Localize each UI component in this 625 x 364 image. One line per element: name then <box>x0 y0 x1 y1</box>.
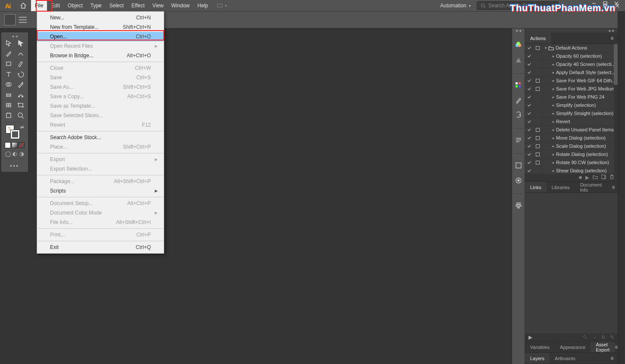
menu-select[interactable]: Select <box>106 0 128 11</box>
appearance-icon[interactable] <box>515 162 522 171</box>
links-panel-tabs: LinksLibrariesDocument Info≡ <box>525 182 618 193</box>
control-panel-menu-button[interactable] <box>19 17 27 23</box>
menu-object[interactable]: Object <box>64 0 87 11</box>
brushes-icon[interactable] <box>515 96 522 106</box>
action-item[interactable]: ▸Delete Unused Panel Items <box>525 126 614 134</box>
shape-builder-tool[interactable] <box>3 80 14 89</box>
action-item[interactable]: ▸Opacity 40 Screen (selecti... <box>525 60 614 68</box>
menu-help[interactable]: Help <box>194 0 212 11</box>
tab-libraries[interactable]: Libraries <box>547 182 575 193</box>
action-item[interactable]: ▸Save For Web GIF 64 Dith... <box>525 77 614 85</box>
menu-window[interactable]: Window <box>167 0 194 11</box>
file-menu-scripts[interactable]: Scripts▶ <box>37 186 164 196</box>
collapse-panels-button[interactable]: ►► <box>525 28 618 33</box>
gradient-tool[interactable] <box>3 90 14 100</box>
tab-actions[interactable]: Actions <box>525 33 551 44</box>
tab-links[interactable]: Links <box>525 182 547 193</box>
links-panel-menu-button[interactable]: ≡ <box>609 182 618 193</box>
action-item[interactable]: ▸Rotate 90 CW (selection) <box>525 159 614 167</box>
selection-tool[interactable] <box>3 38 14 48</box>
free-transform-tool[interactable] <box>15 100 26 110</box>
zoom-tool[interactable] <box>15 111 26 120</box>
curvature-tool[interactable] <box>15 49 26 58</box>
edit-toolbar-button[interactable]: ••• <box>3 163 26 169</box>
actions-scrollbar[interactable] <box>614 44 618 174</box>
paintbrush-tool[interactable] <box>15 59 26 68</box>
action-item[interactable]: ▸Rotate Dialog (selection) <box>525 150 614 159</box>
file-menu-save-selected-slices: Save Selected Slices... <box>37 111 164 120</box>
file-menu-new[interactable]: New...Ctrl+N <box>37 13 164 22</box>
right-dock-strip: ◄◄ <box>512 28 525 364</box>
paragraph-icon[interactable] <box>515 137 522 146</box>
eyedropper-tool[interactable] <box>15 80 26 89</box>
fill-stroke-swatch[interactable]: ?⇄ <box>3 125 26 140</box>
actions-panel-menu-button[interactable]: ≡ <box>606 33 618 44</box>
home-button[interactable] <box>16 0 31 11</box>
tab-artboards[interactable]: Artboards <box>550 353 581 364</box>
expand-dock-button[interactable]: ◄◄ <box>512 28 525 33</box>
action-item[interactable]: ▸Save For Web PNG 24 <box>525 93 614 101</box>
file-menu-new-from-template[interactable]: New from Template...Shift+Ctrl+N <box>37 22 164 32</box>
action-item[interactable]: ▸Opacity 60 (selection) <box>525 52 614 60</box>
tab-variables[interactable]: Variables <box>525 342 555 352</box>
action-item[interactable]: ▸Apply Default Style (select... <box>525 68 614 77</box>
action-item[interactable]: ▸Move Dialog (selection) <box>525 134 614 142</box>
show-link-info-button[interactable]: ▶ <box>528 334 532 340</box>
links-panel-body[interactable] <box>525 193 618 333</box>
action-item[interactable]: ▸Scale Dialog (selection) <box>525 142 614 150</box>
menu-effect[interactable]: Effect <box>128 0 148 11</box>
draw-mode-row[interactable]: ◯◐◑ <box>3 151 26 157</box>
layers-panel-menu-button[interactable]: ≡ <box>606 353 618 364</box>
svg-point-15 <box>18 113 22 117</box>
graphic-styles-icon[interactable] <box>515 177 522 186</box>
actions-folder[interactable]: ▾Default Actions <box>525 44 614 52</box>
collapse-tools-button[interactable]: ◄◄ <box>3 34 27 38</box>
file-menu-open[interactable]: Open...Ctrl+O <box>37 32 164 41</box>
file-menu-file-info: File Info...Alt+Shift+Ctrl+I <box>37 218 164 227</box>
stop-action-button[interactable]: ■ <box>579 174 582 180</box>
artboard-tool[interactable] <box>3 111 14 120</box>
file-menu-document-color-mode: Document Color Mode▶ <box>37 208 164 218</box>
direct-selection-tool[interactable] <box>15 38 26 48</box>
arrange-documents-button[interactable]: ▾ <box>217 0 227 11</box>
width-tool[interactable] <box>15 90 26 100</box>
play-action-button[interactable]: ▶ <box>585 174 589 180</box>
action-item[interactable]: ▸Shear Dialog (selection) <box>525 167 614 174</box>
file-menu-browse-in-bridge[interactable]: Browse in Bridge...Alt+Ctrl+O <box>37 51 164 60</box>
delete-action-button[interactable] <box>609 174 614 180</box>
action-item[interactable]: ▸Save For Web JPG Medium <box>525 85 614 93</box>
action-item[interactable]: ▸Simplify (selection) <box>525 101 614 109</box>
color-guide-icon[interactable] <box>515 56 522 65</box>
file-menu-close: CloseCtrl+W <box>37 63 164 73</box>
tab-document-info[interactable]: Document Info <box>575 182 609 193</box>
menu-edit[interactable]: Edit <box>47 0 64 11</box>
window-scrollbar-strip <box>618 11 625 364</box>
tab-asset-export[interactable]: Asset Export <box>591 342 615 352</box>
align-icon[interactable] <box>515 202 522 211</box>
menu-view[interactable]: View <box>149 0 168 11</box>
action-item[interactable]: ▸Simplify Straight (selection) <box>525 109 614 118</box>
color-mode-row[interactable] <box>3 142 26 148</box>
rectangle-tool[interactable] <box>3 59 14 68</box>
file-menu-exit[interactable]: ExitCtrl+Q <box>37 243 164 252</box>
svg-rect-11 <box>19 103 23 107</box>
color-icon[interactable] <box>515 41 522 50</box>
pen-tool[interactable] <box>3 49 14 58</box>
file-menu-search-adobe-stock[interactable]: Search Adobe Stock... <box>37 133 164 142</box>
mesh-tool[interactable] <box>3 100 14 110</box>
menu-file[interactable]: File <box>31 0 47 11</box>
rotate-tool[interactable] <box>15 69 26 79</box>
tab-layers[interactable]: Layers <box>525 353 550 364</box>
menu-type[interactable]: Type <box>87 0 106 11</box>
workspace-switcher[interactable]: Automation ▾ <box>436 3 475 9</box>
type-tool[interactable] <box>3 69 14 79</box>
tab-appearance[interactable]: Appearance <box>555 342 591 352</box>
new-action-button[interactable] <box>601 174 606 180</box>
symbols-icon[interactable] <box>515 112 522 121</box>
svg-rect-29 <box>602 175 605 179</box>
action-item[interactable]: ▸Revert <box>525 118 614 126</box>
tools-panel: ◄◄ ?⇄◯◐◑••• <box>1 32 28 172</box>
asset-export-panel-tabs: VariablesAppearanceAsset Export≡ <box>525 342 618 353</box>
swatches-icon[interactable] <box>515 81 522 90</box>
new-set-button[interactable] <box>593 174 598 180</box>
